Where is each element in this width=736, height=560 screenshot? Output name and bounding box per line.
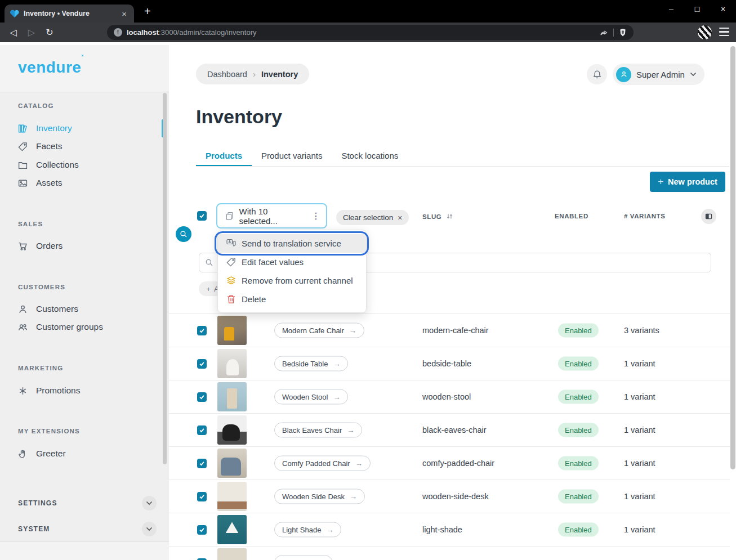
sidebar-item-inventory[interactable]: Inventory [18,119,155,137]
product-name-link[interactable]: Wooden Side Desk→ [274,489,365,504]
share-icon[interactable] [599,28,608,37]
menu-item-delete[interactable]: Delete [218,290,366,308]
status-badge: Enabled [558,390,599,404]
page-scrollbar[interactable] [730,46,735,469]
sidebar-item-promotions[interactable]: Promotions [18,382,155,400]
column-settings-button[interactable] [701,209,716,224]
product-thumbnail [217,515,247,544]
tab-products[interactable]: Products [196,145,252,166]
chevron-down-icon[interactable] [142,496,157,510]
menu-item-edit-facet-values[interactable]: Edit facet values [218,253,366,271]
menu-item-remove-from-current-channel[interactable]: Remove from current channel [218,271,366,290]
sidebar-item-customer-groups[interactable]: Customer groups [18,318,155,336]
variant-count: 3 variants [624,326,659,335]
table-row: Bedside Table→ bedside-table Enabled 1 v… [169,347,730,380]
product-thumbnail [217,382,247,411]
product-thumbnail [217,415,247,445]
breadcrumb-current: Inventory [261,70,298,79]
sidebar-nav: CATALOG Inventory Facets Collections Ass… [0,92,169,542]
chevron-down-icon[interactable] [142,522,157,536]
clear-selection-button[interactable]: Clear selection × [336,210,409,225]
product-thumbnail [217,548,247,560]
column-header-slug[interactable]: SLUG [422,213,453,220]
breadcrumb-dashboard[interactable]: Dashboard [207,70,247,79]
product-name-link[interactable]: Light Shade→ [274,522,341,537]
browser-tab[interactable]: Inventory • Vendure × [5,5,134,23]
plus-icon: + [658,176,663,187]
arrow-right-icon: → [326,526,333,534]
arrow-right-icon: → [349,326,356,335]
product-name-link[interactable]: → [274,555,333,560]
reload-button[interactable]: ↻ [41,27,59,38]
status-badge: Enabled [558,490,599,504]
row-checkbox[interactable] [197,326,207,335]
row-checkbox[interactable] [197,392,207,402]
product-slug: wooden-side-desk [422,492,489,501]
browser-profile-avatar[interactable] [698,25,712,39]
row-checkbox[interactable] [197,525,207,535]
product-name-link[interactable]: Bedside Table→ [274,356,348,371]
close-button[interactable]: × [710,0,736,18]
bulk-actions-button[interactable]: With 10 selected... ⋮ [216,203,327,229]
status-badge: Enabled [558,456,599,471]
select-all-checkbox[interactable] [197,211,207,221]
product-name-link[interactable]: Modern Cafe Chair→ [274,323,364,338]
sidebar-item-customers[interactable]: Customers [18,300,155,318]
sidebar-item-assets[interactable]: Assets [18,174,155,192]
folder-icon [18,160,28,170]
search-toggle-button[interactable] [176,226,191,242]
row-checkbox[interactable] [197,459,207,468]
sidebar-scrollbar[interactable] [163,93,167,464]
forward-button[interactable]: ▷ [23,27,41,38]
sidebar-group-system[interactable]: SYSTEM [18,519,157,539]
minimize-button[interactable]: – [658,0,684,18]
product-thumbnail [217,316,247,345]
row-checkbox[interactable] [197,359,207,369]
vendure-heart-icon [10,10,19,18]
address-bar[interactable]: ! localhost:3000/admin/catalog/inventory [107,25,634,40]
page-title: Inventory [196,106,282,128]
sidebar-item-greeter[interactable]: Greeter [18,445,155,463]
browser-menu-icon[interactable] [719,28,729,36]
table-row: Black Eaves Chair→ black-eaves-chair Ena… [169,413,730,446]
tab-stock-locations[interactable]: Stock locations [332,145,408,166]
tab-close-icon[interactable]: × [120,9,128,19]
columns-icon [704,212,713,221]
layers-icon [226,276,236,285]
product-slug: comfy-padded-chair [422,459,494,468]
bell-icon [592,70,602,79]
more-options-icon: ⋮ [311,210,320,221]
product-name-link[interactable]: Wooden Stool→ [274,389,348,405]
user-menu[interactable]: Super Admin [613,64,704,85]
sidebar-group-settings[interactable]: SETTINGS [18,493,157,513]
cart-icon [18,241,28,251]
sidebar-item-collections[interactable]: Collections [18,156,155,174]
product-thumbnail [217,349,247,378]
new-product-button[interactable]: + New product [650,172,725,192]
sidebar-item-orders[interactable]: Orders [18,237,155,255]
notifications-button[interactable] [587,64,607,84]
browser-window: Inventory • Vendure × + – □ × ◁ ▷ ↻ ! lo… [0,0,736,560]
sidebar: vendure˟ CATALOG Inventory Facets Collec… [0,45,169,560]
back-button[interactable]: ◁ [5,27,23,38]
new-tab-button[interactable]: + [144,6,151,17]
maximize-button[interactable]: □ [684,0,710,18]
site-info-icon[interactable]: ! [114,28,122,37]
row-checkbox[interactable] [197,492,207,501]
trash-icon [226,294,236,304]
status-badge: Enabled [558,523,599,537]
image-icon [18,178,28,188]
column-header-variants: # VARIANTS [624,213,666,219]
sidebar-item-facets[interactable]: Facets [18,137,155,155]
table-row: Light Shade→ light-shade Enabled 1 varia… [169,513,730,546]
brave-shield-icon[interactable] [619,28,627,37]
tab-product-variants[interactable]: Product variants [252,145,332,166]
menu-item-send-to-translation-service[interactable]: Send to translation service [218,234,366,253]
product-name-link[interactable]: Black Eaves Chair→ [274,423,362,438]
row-checkbox[interactable] [197,425,207,435]
tag-icon [226,257,236,267]
product-name-link[interactable]: Comfy Padded Chair→ [274,456,371,471]
check-icon [199,213,205,219]
hand-icon [18,449,28,459]
divider [196,166,729,167]
